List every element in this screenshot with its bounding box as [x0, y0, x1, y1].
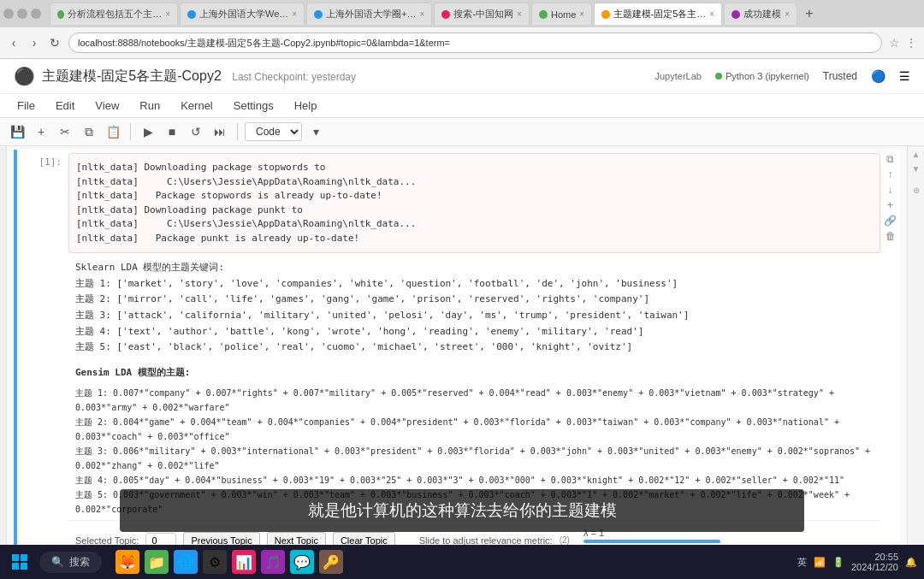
- tab-shisu2[interactable]: 上海外国语大学圈+… ×: [306, 3, 432, 25]
- link-icon[interactable]: 🔗: [884, 215, 897, 227]
- browser-actions: ☆ ⋮: [889, 36, 917, 50]
- sidebar-icon-2[interactable]: ▼: [912, 164, 921, 174]
- taskbar-right: 英 📶 🔋 20:55 2024/12/20 🔔: [797, 552, 917, 572]
- tab-favicon: [57, 10, 64, 19]
- move-down-icon[interactable]: ↓: [888, 184, 893, 196]
- taskbar-clock: 20:55 2024/12/20: [851, 552, 898, 572]
- notification-icon[interactable]: 🔔: [905, 557, 917, 568]
- taskbar-search[interactable]: 🔍 搜索: [39, 552, 102, 573]
- menu-kernel[interactable]: Kernel: [177, 97, 216, 114]
- taskbar-app-7[interactable]: 💬: [290, 550, 314, 574]
- run-btn[interactable]: ▶: [138, 121, 158, 142]
- taskbar-app-5[interactable]: 📊: [232, 550, 256, 574]
- search-icon: 🔍: [51, 556, 64, 568]
- menu-view[interactable]: View: [92, 97, 122, 114]
- menu-icon[interactable]: ☰: [899, 69, 910, 83]
- delete-cell-icon[interactable]: 🗑: [886, 230, 896, 242]
- tab-success[interactable]: 成功建模 ×: [724, 3, 797, 25]
- address-bar[interactable]: [68, 32, 882, 53]
- tab-close-icon[interactable]: ×: [517, 9, 522, 19]
- browser-controls: ‹ › ↻ ☆ ⋮: [0, 27, 924, 58]
- browser-chrome: 分析流程包括五个主… × 上海外国语大学We… × 上海外国语大学圈+… × 搜…: [0, 0, 924, 59]
- cut-btn[interactable]: ✂: [55, 121, 75, 142]
- jupyter-title-bar: ⚫ 主题建模-固定5各主题-Copy2 Last Checkpoint: yes…: [0, 59, 924, 94]
- checkpoint-label: Last Checkpoint: yesterday: [232, 71, 356, 83]
- minimize-btn[interactable]: [3, 9, 14, 19]
- tab-label: 搜索-中国知网: [453, 8, 513, 21]
- taskbar: 🔍 搜索 🦊 📁 🌐 ⚙ 📊 🎵 💬 🔑 英 📶 🔋 20:55 2024/12…: [0, 545, 924, 579]
- tab-cnki[interactable]: 搜索-中国知网 ×: [434, 3, 530, 25]
- slider-description: Slide to adjust relevance metric:: [419, 535, 553, 546]
- taskbar-app-1[interactable]: 🦊: [116, 550, 139, 574]
- title-area: ⚫ 主题建模-固定5各主题-Copy2 Last Checkpoint: yes…: [14, 66, 356, 86]
- notebook-title: 主题建模-固定5各主题-Copy2 Last Checkpoint: yeste…: [42, 68, 356, 86]
- save-btn[interactable]: 💾: [7, 121, 27, 142]
- paste-btn[interactable]: 📋: [103, 121, 123, 142]
- left-gutter: [0, 146, 7, 565]
- restart-btn[interactable]: ↺: [186, 121, 206, 142]
- tab-close-icon[interactable]: ×: [709, 9, 714, 19]
- tab-close-icon[interactable]: ×: [420, 9, 425, 19]
- maximize-btn[interactable]: [17, 9, 27, 19]
- interrupt-btn[interactable]: ■: [162, 121, 182, 142]
- tab-favicon: [314, 10, 323, 19]
- move-up-icon[interactable]: ↑: [888, 168, 893, 180]
- sidebar-icon-1[interactable]: ▲: [912, 150, 921, 159]
- tab-close-icon[interactable]: ×: [165, 9, 170, 19]
- jupyter-toolbar: 💾 + ✂ ⧉ 📋 ▶ ■ ↺ ⏭ Code ▾: [0, 118, 924, 146]
- tab-label: 主题建模-固定5各主…: [613, 8, 707, 21]
- taskbar-app-8[interactable]: 🔑: [319, 550, 343, 574]
- jupyter-logo-icon: ⚫: [14, 66, 35, 86]
- tab-close-icon[interactable]: ×: [579, 9, 584, 19]
- add-below-icon[interactable]: +: [887, 199, 893, 211]
- cell-prompt: [1]:: [17, 150, 68, 565]
- kernel-status: Python 3 (ipykernel): [715, 71, 809, 81]
- taskbar-app-6[interactable]: 🎵: [261, 550, 285, 574]
- slider-track[interactable]: [583, 540, 720, 543]
- tab-shisu1[interactable]: 上海外国语大学We… ×: [180, 3, 305, 25]
- cell-actions: ⧉ ↑ ↓ + 🔗 🗑: [880, 150, 900, 565]
- menu-file[interactable]: File: [14, 97, 38, 114]
- menu-run[interactable]: Run: [136, 97, 163, 114]
- refresh-btn[interactable]: ↻: [48, 36, 62, 50]
- gensim-topic-2: 主题 2: 0.004*"game" + 0.004*"team" + 0.00…: [75, 415, 874, 444]
- slider-fill: [583, 540, 720, 543]
- sidebar-icon-3[interactable]: ⊕: [913, 186, 920, 195]
- taskbar-app-2[interactable]: 📁: [145, 550, 169, 574]
- gensim-topic-4: 主题 4: 0.005*"day" + 0.004*"business" + 0…: [75, 473, 874, 487]
- sklearn-output: Sklearn LDA 模型的主题关键词: 主题 1: ['market', '…: [68, 253, 880, 363]
- cell-type-select[interactable]: Code: [245, 122, 302, 141]
- copy-btn[interactable]: ⧉: [79, 121, 99, 142]
- tab-analysis[interactable]: 分析流程包括五个主… ×: [50, 3, 178, 25]
- tab-favicon: [601, 10, 609, 19]
- bookmark-icon[interactable]: ☆: [889, 36, 900, 50]
- subtitle-overlay: 就是他计算机的这种算法去给你的主题建模: [120, 489, 804, 532]
- taskbar-date: 2024/12/20: [851, 562, 898, 572]
- copy-cell-icon[interactable]: ⧉: [886, 153, 894, 165]
- cell-type-chevron[interactable]: ▾: [305, 121, 326, 142]
- taskbar-app-4[interactable]: ⚙: [203, 550, 227, 574]
- taskbar-app-3[interactable]: 🌐: [174, 550, 198, 574]
- tab-favicon: [441, 10, 450, 19]
- svg-rect-2: [12, 563, 19, 570]
- add-cell-btn[interactable]: +: [31, 121, 51, 142]
- close-btn[interactable]: [31, 9, 41, 19]
- menu-help[interactable]: Help: [291, 97, 321, 114]
- jupyter-header: ⚫ 主题建模-固定5各主题-Copy2 Last Checkpoint: yes…: [0, 59, 924, 118]
- new-tab-btn[interactable]: +: [799, 3, 820, 24]
- start-btn[interactable]: [7, 549, 33, 575]
- svg-rect-0: [12, 554, 19, 561]
- forward-btn[interactable]: ›: [27, 36, 41, 50]
- back-btn[interactable]: ‹: [7, 36, 21, 50]
- tab-notebook-active[interactable]: 主题建模-固定5各主… ×: [594, 3, 722, 25]
- restart-run-btn[interactable]: ⏭: [210, 121, 230, 142]
- kernel-status-icon: [715, 73, 722, 80]
- menu-settings[interactable]: Settings: [230, 97, 277, 114]
- tab-label: 上海外国语大学We…: [199, 8, 288, 21]
- tab-home[interactable]: Home ×: [531, 3, 592, 25]
- toolbar-sep2: [237, 123, 238, 140]
- tab-close-icon[interactable]: ×: [292, 9, 297, 19]
- menu-edit[interactable]: Edit: [52, 97, 78, 114]
- tab-close-icon[interactable]: ×: [785, 9, 790, 19]
- settings-icon[interactable]: ⋮: [905, 36, 917, 50]
